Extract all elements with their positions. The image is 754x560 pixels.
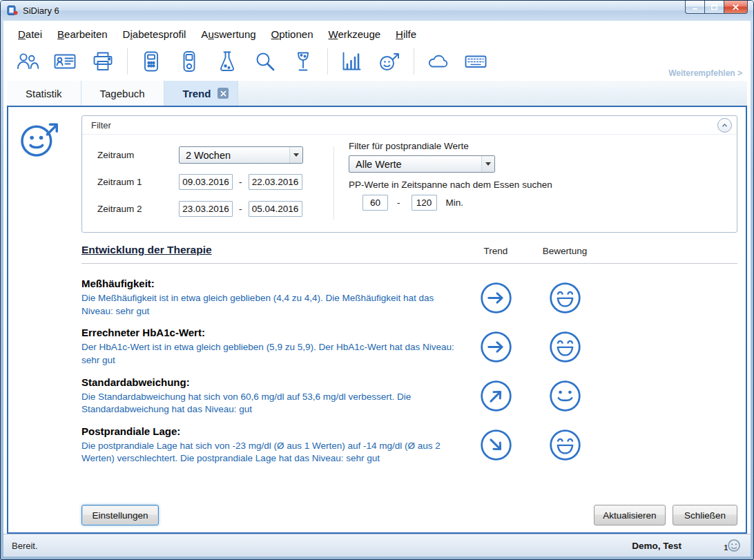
therapy-row-title: Errechneter HbA1c-Wert: [81, 327, 465, 338]
therapy-row-hba1c: Errechneter HbA1c-Wert: Der HbA1c-Wert i… [81, 327, 737, 367]
trend-page-icon [18, 117, 62, 161]
trend-arrow-right-icon [479, 330, 513, 364]
range-separator: - [397, 197, 400, 208]
pp-filter-label: Filter für postprandiale Werte [349, 141, 552, 151]
zeitraum-label: Zeitraum [97, 150, 179, 160]
device-icon[interactable] [175, 48, 203, 75]
therapy-title: Entwicklung der Therapie [81, 244, 465, 256]
filter-left-column: Zeitraum 2 Wochen Zeitraum 1 - Zeitraum [97, 146, 303, 227]
pp-from-input[interactable] [362, 195, 388, 211]
zeitraum-row: Zeitraum 2 Wochen [97, 146, 303, 164]
status-smiley-icon[interactable] [726, 538, 742, 554]
zeitraum-select[interactable]: 2 Wochen [179, 146, 303, 164]
toolbar-separator [127, 48, 128, 75]
flask-icon[interactable] [213, 48, 241, 75]
trend-smiley-icon[interactable] [376, 48, 403, 75]
toolbar-separator [414, 48, 414, 75]
menu-bearbeiten[interactable]: Bearbeiten [50, 25, 115, 44]
chevron-down-icon[interactable] [289, 147, 302, 163]
zeitraum1-from-input[interactable] [179, 174, 233, 190]
therapy-row-text: Die Meßhäufigkeit ist in etwa gleich geb… [81, 292, 458, 318]
filter-panel-header: Filter [82, 116, 737, 135]
filter-title: Filter [91, 120, 111, 131]
trend-arrow-right-icon [479, 281, 513, 315]
tabbar: Statistik Tagebuch Trend [7, 81, 747, 106]
toolbar-separator [327, 48, 328, 75]
therapy-row-title: Meßhäufigkeit: [81, 278, 465, 289]
menu-hilfe[interactable]: Hilfe [388, 25, 424, 44]
toolbar: Weiterempfehlen > [3, 45, 751, 81]
close-button[interactable] [724, 1, 748, 14]
filter-divider [334, 146, 334, 220]
therapy-row-title: Postprandiale Lage: [81, 425, 465, 437]
tab-statistik[interactable]: Statistik [7, 81, 81, 106]
contact-card-icon[interactable] [51, 48, 79, 75]
bewertung-column-header: Bewertung [527, 246, 603, 256]
app-window: SiDiary 6 Datei Bearbeiten Diabetesprofi… [0, 0, 754, 560]
aktualisieren-button[interactable]: Aktualisieren [594, 505, 666, 525]
zeitraum1-label: Zeitraum 1 [97, 177, 179, 187]
chart-icon[interactable] [338, 48, 365, 75]
therapy-section: Entwicklung der Therapie Trend Bewertung… [81, 244, 737, 465]
users-icon[interactable] [13, 48, 41, 75]
zeitraum2-to-input[interactable] [249, 201, 302, 217]
therapy-row-text: Die Standardabweichung hat sich von 60,6… [81, 391, 458, 416]
printer-icon[interactable] [89, 48, 117, 75]
pp-span-row: - Min. [349, 195, 552, 211]
current-user-label: Demo, Test [632, 541, 682, 551]
zeitraum1-to-input[interactable] [249, 174, 302, 190]
filter-right-column: Filter für postprandiale Werte Alle Wert… [349, 141, 552, 211]
tab-tagebuch[interactable]: Tagebuch [81, 81, 164, 106]
therapy-header-divider [81, 263, 737, 264]
trend-arrow-up-right-icon [479, 379, 513, 413]
menubar: Datei Bearbeiten Diabetesprofil Auswertu… [3, 21, 751, 45]
statusbar: Bereit. Demo, Test 1 [3, 534, 751, 557]
status-text: Bereit. [12, 541, 38, 551]
maximize-button[interactable] [704, 1, 724, 14]
app-body: Datei Bearbeiten Diabetesprofil Auswertu… [3, 21, 751, 557]
cloud-icon[interactable] [424, 48, 452, 75]
titlebar: SiDiary 6 [1, 1, 753, 20]
zeitraum1-row: Zeitraum 1 - [97, 173, 303, 191]
pp-filter-select[interactable]: Alle Werte [349, 155, 495, 173]
rating-smiley-laugh-icon [548, 330, 582, 364]
einstellungen-button[interactable]: Einstellungen [81, 505, 159, 525]
range-separator: - [239, 177, 242, 187]
tab-trend[interactable]: Trend [164, 81, 239, 106]
menu-optionen[interactable]: Optionen [264, 25, 321, 44]
schliessen-button[interactable]: Schließen [673, 505, 737, 525]
pp-unit-label: Min. [446, 197, 464, 208]
glass-icon[interactable] [289, 48, 317, 75]
therapy-row-text: Die postprandiale Lage hat sich von -23 … [81, 440, 458, 465]
window-title: SiDiary 6 [23, 6, 59, 16]
trend-arrow-down-right-icon [479, 428, 513, 462]
keyboard-icon[interactable] [462, 48, 490, 75]
pp-to-input[interactable] [412, 195, 437, 211]
menu-werkzeuge[interactable]: Werkzeuge [320, 25, 388, 44]
tab-close-icon[interactable] [218, 88, 229, 99]
meter-icon[interactable] [137, 48, 165, 75]
chevron-down-icon[interactable] [481, 156, 494, 172]
menu-datei[interactable]: Datei [10, 25, 50, 44]
therapy-row-postprandiale-lage: Postprandiale Lage: Die postprandiale La… [81, 425, 737, 465]
therapy-row-standardabweichung: Standardabweichung: Die Standardabweichu… [81, 376, 737, 416]
rating-smiley-laugh-icon [548, 428, 582, 462]
therapy-row-text: Der HbA1c-Wert ist in etwa gleich geblie… [81, 341, 458, 367]
filter-panel: Filter Zeitraum 2 Wochen Zeitraum 1 [81, 115, 737, 233]
zeitraum2-from-input[interactable] [179, 201, 233, 217]
therapy-row-messhaeufigkeit: Meßhäufigkeit: Die Meßhäufigkeit ist in … [81, 278, 737, 318]
weiterempfehlen-link[interactable]: Weiterempfehlen > [668, 68, 742, 78]
trend-page: Filter Zeitraum 2 Wochen Zeitraum 1 [7, 106, 747, 534]
therapy-row-title: Standardabweichung: [81, 376, 465, 388]
collapse-panel-button[interactable] [717, 118, 732, 133]
pp-span-label: PP-Werte in Zeitspanne nach dem Essen su… [349, 180, 552, 190]
rating-smiley-smile-icon [548, 379, 582, 413]
minimize-button[interactable] [685, 1, 705, 14]
menu-diabetesprofil[interactable]: Diabetesprofil [115, 25, 194, 44]
zeitraum2-row: Zeitraum 2 - [97, 200, 303, 218]
search-icon[interactable] [251, 48, 279, 75]
menu-auswertung[interactable]: Auswertung [193, 25, 263, 44]
window-controls [685, 1, 748, 14]
range-separator: - [239, 204, 242, 214]
trend-column-header: Trend [465, 246, 527, 256]
